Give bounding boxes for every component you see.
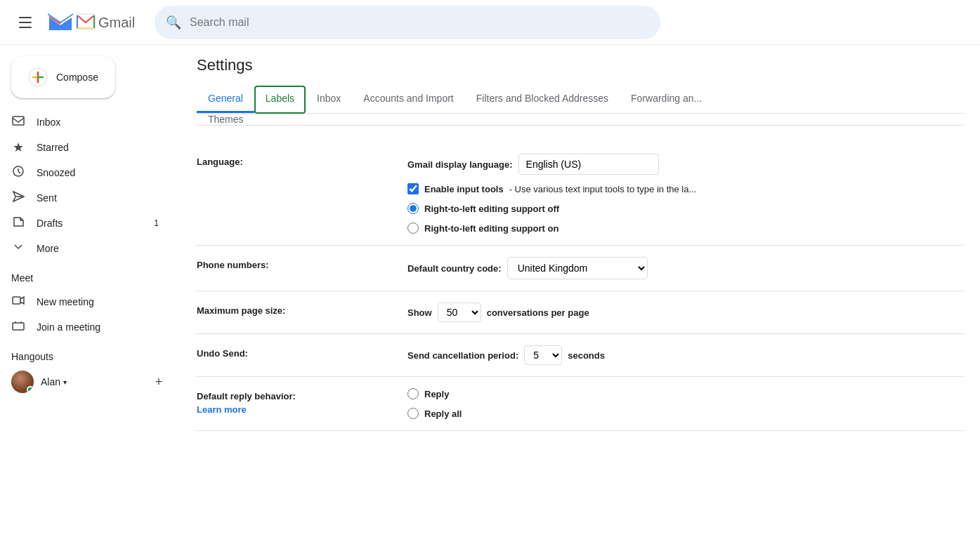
sidebar-item-drafts[interactable]: Drafts 1	[0, 211, 170, 236]
enable-input-tools-line: Enable input tools - Use various text in…	[407, 183, 963, 194]
pagesize-label: Maximum page size:	[197, 303, 407, 316]
search-bar[interactable]: 🔍	[155, 6, 660, 39]
display-language-label: Gmail display language:	[407, 159, 513, 170]
undo-send-row: Undo Send: Send cancellation period: 5 1…	[197, 334, 963, 377]
gmail-logo: Gmail	[48, 12, 141, 33]
sidebar-starred-label: Starred	[37, 142, 159, 153]
sidebar-snoozed-label: Snoozed	[37, 167, 159, 178]
sidebar-item-snoozed[interactable]: Snoozed	[0, 160, 170, 185]
user-name: Alan ▾	[41, 376, 67, 387]
sent-icon	[11, 190, 25, 207]
hangouts-section: Hangouts Alan ▾ +	[0, 345, 180, 396]
pagesize-line: Show 10 15 20 25 50 100 conversations pe…	[407, 303, 963, 322]
reply-behavior-label: Default reply behavior: Learn more	[197, 388, 407, 415]
enable-input-tools-desc: - Use various text input tools to type i…	[509, 184, 697, 194]
pagesize-controls: Show 10 15 20 25 50 100 conversations pe…	[407, 303, 963, 322]
rtl-off-line: Right-to-left editing support off	[407, 203, 963, 214]
layout: Compose Inbox ★ Starred Snoozed Sent	[0, 45, 980, 551]
settings-tabs: General Labels Inbox Accounts and Import…	[197, 86, 963, 114]
star-icon: ★	[11, 140, 25, 155]
drafts-count: 1	[154, 218, 159, 228]
sidebar-item-join-meeting[interactable]: Join a meeting	[0, 314, 170, 340]
page-title: Settings	[197, 56, 963, 74]
reply-line: Reply	[407, 388, 963, 399]
chevron-down-icon: ▾	[63, 378, 67, 386]
gmail-m-icon	[48, 13, 73, 32]
tab-themes[interactable]: Themes	[197, 104, 255, 135]
undo-send-controls: Send cancellation period: 5 10 20 30 sec…	[407, 345, 963, 365]
phone-row: Phone numbers: Default country code: Uni…	[197, 246, 963, 291]
compose-plus-icon	[28, 67, 48, 87]
hamburger-menu[interactable]	[11, 8, 39, 36]
cancel-period-select[interactable]: 5 10 20 30	[524, 345, 562, 365]
phone-label: Phone numbers:	[197, 257, 407, 270]
hamburger-icon	[19, 17, 32, 28]
sidebar-join-meeting-label: Join a meeting	[37, 321, 159, 333]
display-language-line: Gmail display language:	[407, 154, 963, 175]
phone-controls: Default country code: United Kingdom	[407, 257, 963, 279]
pagesize-row: Maximum page size: Show 10 15 20 25 50 1…	[197, 291, 963, 334]
sidebar-item-inbox[interactable]: Inbox	[0, 109, 170, 135]
pagesize-select[interactable]: 10 15 20 25 50 100	[438, 303, 481, 322]
join-meeting-icon	[11, 319, 25, 336]
enable-input-tools-checkbox[interactable]	[407, 183, 419, 194]
sidebar-item-more[interactable]: More	[0, 236, 170, 261]
enable-input-tools-label: Enable input tools	[424, 184, 504, 194]
svg-text:Gmail: Gmail	[98, 15, 135, 30]
tab-forwarding[interactable]: Forwarding an...	[620, 86, 713, 113]
new-meeting-icon	[11, 293, 25, 311]
sidebar-item-sent[interactable]: Sent	[0, 185, 170, 211]
sidebar: Compose Inbox ★ Starred Snoozed Sent	[0, 45, 180, 551]
reply-radio[interactable]	[407, 388, 419, 399]
svg-rect-14	[13, 323, 24, 330]
country-code-line: Default country code: United Kingdom	[407, 257, 963, 279]
gmail-logo-svg: Gmail	[76, 12, 141, 33]
cancellation-line: Send cancellation period: 5 10 20 30 sec…	[407, 345, 963, 365]
search-input[interactable]	[190, 16, 649, 29]
main-content: Settings General Labels Inbox Accounts a…	[180, 45, 980, 551]
rtl-on-radio[interactable]	[407, 223, 419, 234]
country-code-label: Default country code:	[407, 263, 502, 274]
drafts-icon	[11, 215, 25, 232]
svg-rect-9	[13, 117, 24, 125]
tab-accounts[interactable]: Accounts and Import	[352, 86, 464, 113]
per-page-label: conversations per page	[487, 307, 589, 318]
rtl-on-label: Right-to-left editing support on	[424, 223, 558, 234]
svg-rect-13	[13, 297, 20, 304]
settings-content: Language: Gmail display language: Enable…	[197, 126, 963, 448]
language-controls: Gmail display language: Enable input too…	[407, 154, 963, 234]
online-indicator	[27, 386, 34, 393]
reply-behavior-row: Default reply behavior: Learn more Reply…	[197, 377, 963, 431]
compose-button[interactable]: Compose	[11, 56, 115, 98]
sidebar-drafts-label: Drafts	[37, 218, 143, 229]
more-icon	[11, 240, 25, 258]
seconds-label: seconds	[568, 350, 605, 361]
language-row: Language: Gmail display language: Enable…	[197, 142, 963, 246]
sidebar-item-starred[interactable]: ★ Starred	[0, 135, 170, 160]
compose-label: Compose	[56, 72, 98, 83]
sidebar-more-label: More	[37, 243, 159, 254]
sidebar-new-meeting-label: New meeting	[37, 296, 159, 307]
tab-labels[interactable]: Labels	[254, 86, 306, 114]
meet-section: Meet New meeting Join a meeting	[0, 267, 180, 340]
sidebar-item-new-meeting[interactable]: New meeting	[0, 289, 170, 314]
inbox-icon	[11, 114, 25, 131]
meet-label: Meet	[0, 267, 180, 289]
rtl-off-radio[interactable]	[407, 203, 419, 214]
reply-all-line: Reply all	[407, 408, 963, 419]
country-select[interactable]: United Kingdom	[507, 257, 648, 279]
sidebar-inbox-label: Inbox	[37, 117, 159, 128]
tab-inbox[interactable]: Inbox	[306, 86, 352, 113]
learn-more-link[interactable]: Learn more	[197, 404, 407, 415]
add-hangout-button[interactable]: +	[149, 372, 169, 392]
cancel-period-label: Send cancellation period:	[407, 350, 518, 361]
search-icon: 🔍	[166, 15, 181, 30]
show-label: Show	[407, 307, 432, 318]
tab-filters[interactable]: Filters and Blocked Addresses	[465, 86, 620, 113]
topbar: Gmail 🔍	[0, 0, 980, 45]
user-row: Alan ▾ +	[0, 368, 180, 396]
reply-all-label: Reply all	[424, 409, 462, 419]
reply-all-radio[interactable]	[407, 408, 419, 419]
reply-behavior-controls: Reply Reply all	[407, 388, 963, 419]
language-input[interactable]	[518, 154, 659, 175]
